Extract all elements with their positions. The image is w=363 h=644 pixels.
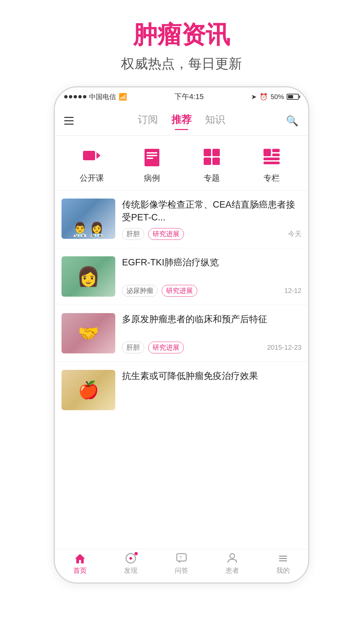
category-column[interactable]: 专栏: [260, 145, 283, 183]
page-title: 肿瘤资讯: [121, 20, 242, 49]
bottom-tab-patient-label: 患者: [226, 566, 239, 575]
article-item[interactable]: 抗生素或可降低肿瘤免疫治疗效果: [55, 362, 308, 418]
signal-bars: [64, 95, 86, 98]
article-tag-1[interactable]: 肝胆: [122, 342, 144, 353]
time-display: 下午4:15: [174, 92, 204, 102]
article-item[interactable]: 传统影像学检查正常、CEA结直肠癌患者接受PET-C... 肝胆 研究进展 今天: [55, 190, 308, 248]
bottom-tab-qa[interactable]: ? 问答: [156, 553, 207, 575]
bottom-tab-qa-label: 问答: [175, 566, 188, 575]
article-item[interactable]: 多原发肿瘤患者的临床和预产后特征 肝胆 研究进展 2015-12-23: [55, 305, 308, 362]
bottom-tab-patient[interactable]: 患者: [207, 553, 257, 575]
article-date: 12-12: [284, 287, 301, 295]
article-thumbnail: [62, 313, 115, 353]
svg-marker-15: [75, 554, 85, 563]
article-tag-1[interactable]: 肝胆: [122, 228, 144, 240]
carrier-label: 中国电信: [89, 92, 116, 101]
article-icon: [143, 147, 161, 166]
bottom-tab-mine[interactable]: 我的: [257, 553, 308, 575]
phone-frame: 中国电信 📶 下午4:15 ➤ ⏰ 50% 订阅: [54, 86, 309, 584]
article-thumbnail: [62, 256, 115, 297]
article-tag-1[interactable]: 泌尿肿瘤: [122, 285, 158, 297]
category-label-topic: 专题: [204, 173, 220, 183]
battery-icon: [287, 94, 299, 100]
alarm-icon: ⏰: [259, 93, 268, 101]
patient-icon: [227, 553, 238, 564]
article-title: EGFR-TKI肺癌治疗纵览: [122, 256, 301, 269]
topic-icon: [202, 147, 221, 166]
svg-point-17: [129, 557, 132, 560]
article-tag-2[interactable]: 研究进展: [148, 228, 184, 240]
category-label-case: 病例: [144, 173, 160, 183]
svg-point-21: [230, 554, 235, 558]
svg-rect-23: [279, 558, 287, 559]
svg-rect-22: [279, 556, 287, 557]
svg-rect-10: [264, 149, 271, 156]
category-topic[interactable]: 专题: [200, 145, 224, 183]
bottom-tab-home[interactable]: 首页: [55, 553, 106, 575]
svg-rect-13: [264, 158, 280, 160]
status-bar: 中国电信 📶 下午4:15 ➤ ⏰ 50%: [55, 87, 308, 106]
category-case[interactable]: 病例: [140, 145, 164, 183]
svg-rect-8: [204, 158, 211, 165]
category-label-column: 专栏: [264, 173, 280, 183]
bottom-tab-discover-label: 发现: [124, 566, 137, 575]
article-title: 传统影像学检查正常、CEA结直肠癌患者接受PET-C...: [122, 199, 301, 224]
bottom-tab-mine-label: 我的: [276, 566, 290, 575]
article-item[interactable]: EGFR-TKI肺癌治疗纵览 泌尿肿瘤 研究进展 12-12: [55, 248, 308, 305]
video-icon: [82, 147, 101, 166]
category-bar: 公开课 病例: [55, 136, 308, 190]
svg-rect-7: [212, 149, 220, 156]
article-list: 传统影像学检查正常、CEA结直肠癌患者接受PET-C... 肝胆 研究进展 今天…: [55, 190, 308, 549]
svg-marker-19: [178, 561, 180, 563]
battery-percent: 50%: [271, 93, 284, 101]
tab-subscribe[interactable]: 订阅: [138, 113, 158, 129]
bottom-tab-bar: 首页 发现 ?: [55, 549, 308, 583]
home-icon: [74, 553, 86, 564]
svg-rect-24: [279, 560, 287, 561]
svg-rect-14: [264, 162, 280, 164]
article-thumbnail: [62, 370, 115, 410]
svg-rect-0: [83, 151, 95, 160]
article-date: 今天: [288, 229, 301, 239]
wifi-icon: 📶: [119, 93, 127, 101]
svg-rect-5: [147, 158, 153, 159]
svg-rect-4: [147, 155, 157, 156]
badge-dot: [134, 552, 138, 555]
qa-icon: ?: [176, 553, 187, 564]
svg-rect-12: [272, 154, 280, 156]
bottom-tab-discover[interactable]: 发现: [106, 553, 156, 575]
mine-icon: [277, 553, 289, 564]
article-tag-2[interactable]: 研究进展: [148, 342, 184, 353]
page-header: 肿瘤资讯 权威热点，每日更新: [121, 20, 242, 73]
svg-text:?: ?: [179, 555, 182, 560]
category-label-open-course: 公开课: [80, 173, 104, 183]
svg-rect-3: [147, 152, 157, 154]
tab-recommend[interactable]: 推荐: [171, 113, 192, 129]
article-date: 2015-12-23: [267, 344, 301, 351]
article-title: 多原发肿瘤患者的临床和预产后特征: [122, 313, 301, 326]
menu-icon[interactable]: [62, 112, 80, 130]
tab-knowledge[interactable]: 知识: [205, 113, 225, 129]
page-subtitle: 权威热点，每日更新: [121, 54, 242, 73]
svg-rect-9: [212, 158, 220, 165]
article-tag-2[interactable]: 研究进展: [162, 285, 197, 297]
bottom-tab-home-label: 首页: [73, 566, 87, 575]
svg-rect-11: [272, 149, 280, 152]
nav-bar: 订阅 推荐 知识 🔍: [55, 106, 308, 136]
location-icon: ➤: [251, 93, 257, 101]
svg-rect-6: [204, 149, 211, 156]
article-title: 抗生素或可降低肿瘤免疫治疗效果: [122, 370, 301, 383]
search-icon[interactable]: 🔍: [283, 112, 301, 130]
column-icon: [262, 147, 281, 166]
svg-marker-1: [96, 152, 100, 159]
article-thumbnail: [62, 199, 115, 239]
category-open-course[interactable]: 公开课: [80, 145, 104, 183]
